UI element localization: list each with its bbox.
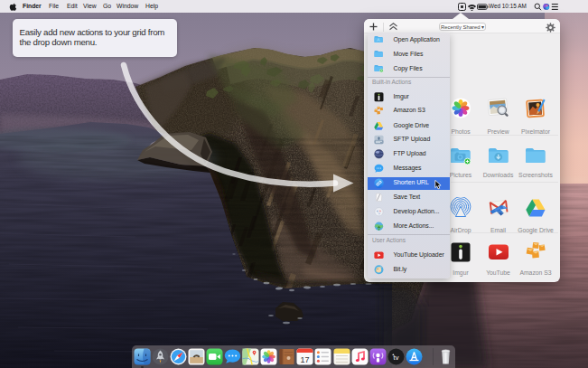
svg-text:tv: tv xyxy=(393,354,398,362)
svg-text:17: 17 xyxy=(301,355,310,364)
